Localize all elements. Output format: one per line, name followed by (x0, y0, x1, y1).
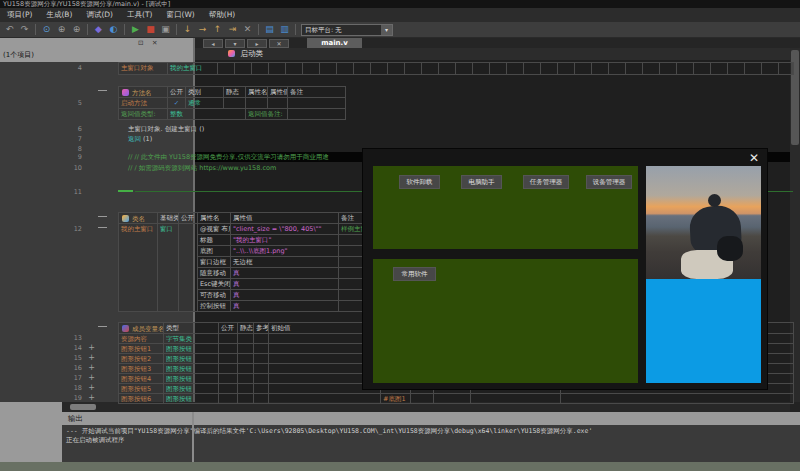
tab-main-v[interactable]: main.v (307, 38, 362, 48)
chevron-down-icon[interactable]: ▾ (381, 25, 392, 35)
menu-item[interactable]: 窗口(W) (159, 8, 201, 22)
preview-button-1[interactable]: 软件卸载 (399, 175, 440, 189)
grid-cell-empty[interactable] (438, 62, 456, 75)
grid-cell-empty[interactable] (472, 62, 490, 75)
grid-cell-empty[interactable] (523, 62, 541, 75)
grid-cell-empty[interactable] (251, 62, 269, 75)
grid-cell-empty[interactable] (421, 62, 439, 75)
fold-toggle-icon[interactable]: + (87, 364, 96, 373)
fold-toggle-icon[interactable]: + (87, 394, 96, 403)
class-section-header[interactable]: 启动类 (195, 48, 790, 60)
step-over-icon[interactable]: → (196, 23, 209, 36)
debug-monitor-icon[interactable]: ▣ (159, 23, 172, 36)
fold-toggle-icon[interactable]: + (87, 354, 96, 363)
run-to-cursor-icon[interactable]: ⇥ (226, 23, 239, 36)
grid-cell-empty[interactable] (676, 62, 694, 75)
undo-icon[interactable]: ↶ (3, 23, 16, 36)
redo-icon[interactable]: ↷ (18, 23, 31, 36)
grid-cell-empty[interactable] (489, 62, 507, 75)
close-icon[interactable]: ✕ (152, 39, 157, 47)
preview-button-2[interactable]: 电脑助手 (461, 175, 502, 189)
property-name-cell[interactable]: 控制按钮 (197, 300, 231, 312)
preview-button-common[interactable]: 常用软件 (393, 267, 436, 281)
run-icon[interactable]: ▶ (129, 23, 142, 36)
grid-cell-empty[interactable] (218, 393, 238, 404)
grid-cell-empty[interactable] (540, 62, 558, 75)
grid-cell-empty[interactable] (410, 393, 434, 404)
stop-debug-icon[interactable]: ✕ (241, 23, 254, 36)
preview-button-4[interactable]: 设备管理器 (586, 175, 632, 189)
collapse-mark[interactable] (98, 326, 107, 327)
preview-button-3[interactable]: 任务管理器 (523, 175, 569, 189)
grid-cell-empty[interactable] (761, 62, 779, 75)
grid-cell-empty[interactable] (370, 62, 388, 75)
grid-cell-empty[interactable] (470, 393, 561, 404)
grid-cell-value[interactable]: 我的主窗口 (167, 62, 218, 75)
tab-scroll-right-icon[interactable]: ▸ (247, 39, 267, 48)
grid-cell-empty[interactable] (217, 62, 235, 75)
menu-item[interactable]: 项目(P) (0, 8, 39, 22)
tab-list-icon[interactable]: ▾ (225, 39, 245, 48)
grid-cell-empty[interactable] (625, 62, 643, 75)
target-platform-select[interactable]: 目标平台: 无▾ (301, 24, 393, 36)
member-name-cell[interactable]: 图形按钮6 (118, 393, 164, 404)
web-icon[interactable]: ◐ (107, 23, 120, 36)
grid-cell-empty[interactable] (234, 62, 252, 75)
grid-cell-empty[interactable] (608, 62, 626, 75)
grid-cell-empty[interactable] (353, 62, 371, 75)
preview-close-icon[interactable]: ✕ (749, 152, 759, 164)
grid-cell-empty[interactable] (659, 62, 677, 75)
grid-cell-empty[interactable] (268, 393, 381, 404)
grid-cell-empty[interactable] (336, 62, 354, 75)
grid-cell-empty[interactable] (506, 62, 524, 75)
menu-item[interactable]: 帮助(H) (202, 8, 243, 22)
collapse-mark[interactable] (98, 216, 107, 217)
class-name-cell[interactable]: 我的主窗口 (118, 223, 158, 312)
fold-toggle-icon[interactable]: + (87, 374, 96, 383)
grid-cell-empty[interactable] (560, 393, 794, 404)
return-note-label-cell[interactable]: 返回值备注: (245, 108, 288, 120)
add-circle-icon[interactable]: ⊕ (55, 23, 68, 36)
grid-cell-empty[interactable]: #底图1 (380, 393, 411, 404)
grid-cell-empty[interactable] (557, 62, 575, 75)
menu-item[interactable]: 工具(T) (120, 8, 159, 22)
grid-cell-empty[interactable] (778, 62, 794, 75)
property-value-cell[interactable]: 真 (230, 300, 339, 312)
base-class-cell[interactable]: 窗口 (157, 223, 179, 312)
grid-cell-empty[interactable] (744, 62, 762, 75)
tab-close-icon[interactable]: ✕ (269, 39, 289, 48)
editor-hscroll-thumb[interactable] (70, 404, 96, 410)
grid-cell-empty[interactable] (287, 108, 346, 120)
stop-icon[interactable]: ■ (144, 23, 157, 36)
grid-cell-object[interactable]: 主窗口对象 (118, 62, 168, 75)
grid-cell-empty[interactable] (285, 62, 303, 75)
grid-cell-empty[interactable] (302, 62, 320, 75)
collapse-mark[interactable] (98, 90, 107, 91)
screen-panel-icon[interactable]: ▥ (278, 23, 291, 36)
pin-icon[interactable]: ⊡ (138, 39, 143, 47)
return-type-label-cell[interactable]: 返回值类型: (118, 108, 168, 120)
member-type-cell[interactable]: 图形按钮 (163, 393, 219, 404)
tab-scroll-left-icon[interactable]: ◂ (203, 39, 223, 48)
output-panel-header[interactable]: 输出 (62, 412, 800, 425)
grid-cell-empty[interactable] (710, 62, 728, 75)
grid-cell-empty[interactable] (574, 62, 592, 75)
grid-cell-empty[interactable] (727, 62, 745, 75)
grid-cell-empty[interactable] (455, 62, 473, 75)
grid-cell-empty[interactable] (237, 393, 254, 404)
grid-cell-empty[interactable] (693, 62, 711, 75)
code-line[interactable]: 主窗口对象. 创建主窗口 () (128, 124, 778, 134)
grid-cell-empty[interactable] (268, 62, 286, 75)
fold-toggle-icon[interactable]: + (87, 384, 96, 393)
grid-cell-empty[interactable] (433, 393, 471, 404)
watch-panel-icon[interactable]: ▤ (263, 23, 276, 36)
menu-item[interactable]: 生成(B) (39, 8, 79, 22)
remove-circle-icon[interactable]: ⊕ (70, 23, 83, 36)
fold-toggle-icon[interactable]: + (87, 344, 96, 353)
search-icon[interactable]: ⊙ (40, 23, 53, 36)
return-type-cell[interactable]: 整数 (167, 108, 246, 120)
grid-cell-empty[interactable] (642, 62, 660, 75)
code-line[interactable]: 返回 (1) (128, 134, 778, 144)
grid-cell-empty[interactable] (319, 62, 337, 75)
grid-cell-empty[interactable] (387, 62, 405, 75)
